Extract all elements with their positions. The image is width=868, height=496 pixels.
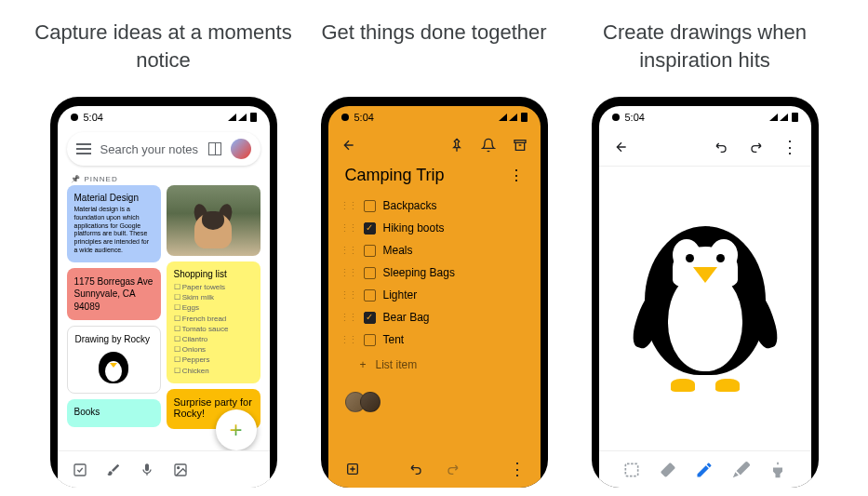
signal-icon: [780, 114, 788, 121]
redo-icon[interactable]: [748, 140, 763, 154]
collaborators: [328, 379, 541, 425]
highlighter-tool-icon[interactable]: [768, 461, 787, 479]
more-icon[interactable]: ⋮: [509, 167, 524, 184]
svg-rect-3: [514, 141, 526, 143]
drawing-canvas[interactable]: [599, 166, 811, 445]
shopping-items: Paper towels Skim milk Eggs French bread…: [174, 282, 253, 376]
brush-icon[interactable]: [106, 462, 121, 477]
add-content-icon[interactable]: [345, 462, 360, 476]
list-item[interactable]: ⋮⋮Hiking boots: [340, 217, 529, 239]
reminder-icon[interactable]: [481, 138, 496, 153]
eraser-tool-icon[interactable]: [659, 461, 677, 479]
penguin-drawing: [635, 222, 775, 390]
drag-handle-icon[interactable]: ⋮⋮: [340, 200, 356, 212]
image-icon[interactable]: [173, 462, 188, 477]
status-bar: 5:04: [58, 106, 270, 128]
note-books[interactable]: Books: [67, 399, 161, 427]
drag-handle-icon[interactable]: ⋮⋮: [340, 312, 356, 324]
headline-collab: Get things done together: [321, 19, 546, 74]
phone-screen-notes-list: 5:04 Search your notes PINNED Material D…: [58, 106, 270, 488]
note-bottom-toolbar: ⋮: [328, 450, 541, 488]
note-address[interactable]: 1175 Borregas Ave Sunnyvale, CA 94089: [67, 268, 161, 321]
collaborator-avatar[interactable]: [360, 392, 381, 412]
pin-icon[interactable]: [449, 138, 464, 153]
drag-handle-icon[interactable]: ⋮⋮: [340, 245, 356, 257]
drag-handle-icon[interactable]: ⋮⋮: [340, 334, 356, 346]
note-material-design[interactable]: Material Design Material design is a fou…: [67, 185, 161, 262]
status-time: 5:04: [84, 112, 103, 123]
panel-draw: Create drawings when inspiration hits 5:…: [575, 19, 835, 488]
add-list-item[interactable]: +List item: [340, 351, 529, 379]
note-toolbar: [328, 128, 541, 158]
search-input[interactable]: Search your notes: [100, 142, 199, 156]
bottom-toolbar: [58, 450, 270, 488]
list-item[interactable]: ⋮⋮Lighter: [340, 284, 529, 306]
checkbox[interactable]: [364, 312, 376, 324]
menu-icon[interactable]: [76, 143, 91, 154]
status-time: 5:04: [625, 112, 645, 123]
archive-icon[interactable]: [513, 138, 527, 153]
note-title[interactable]: Camping Trip: [345, 166, 445, 185]
account-avatar[interactable]: [231, 139, 251, 159]
mic-icon[interactable]: [140, 462, 154, 477]
list-item[interactable]: ⋮⋮Meals: [340, 239, 529, 261]
drag-handle-icon[interactable]: ⋮⋮: [340, 289, 356, 302]
redo-icon[interactable]: [445, 462, 460, 476]
camera-cutout-icon: [71, 114, 78, 121]
checkbox-icon[interactable]: [73, 462, 87, 477]
pen-tool-icon[interactable]: [695, 461, 714, 479]
plus-icon: +: [360, 358, 367, 371]
more-icon[interactable]: ⋮: [781, 140, 796, 154]
note-drawing[interactable]: Drawing by Rocky: [67, 326, 161, 394]
drag-handle-icon[interactable]: ⋮⋮: [340, 222, 356, 235]
more-icon[interactable]: ⋮: [509, 462, 524, 476]
list-item[interactable]: ⋮⋮Tent: [340, 328, 529, 351]
battery-icon: [521, 113, 527, 122]
list-item[interactable]: ⋮⋮Bear Bag: [340, 306, 529, 328]
drawing-toolbar: ⋮: [599, 128, 811, 166]
panel-collab: Get things done together 5:04 Camping Tr…: [304, 19, 565, 488]
phone-screen-drawing: 5:04 ⋮: [599, 106, 811, 488]
headline-capture: Capture ideas at a moments notice: [33, 19, 294, 74]
battery-icon: [250, 113, 257, 122]
status-bar: 5:04: [599, 106, 811, 128]
phone-frame: 5:04 ⋮: [592, 97, 819, 488]
signal-icon: [228, 114, 236, 121]
undo-icon[interactable]: [409, 462, 424, 476]
status-time: 5:04: [354, 112, 374, 123]
list-item[interactable]: ⋮⋮Backpacks: [340, 194, 529, 217]
note-shopping-list[interactable]: Shopping list Paper towels Skim milk Egg…: [167, 261, 260, 383]
plus-icon: +: [229, 417, 242, 443]
checkbox[interactable]: [364, 222, 376, 235]
note-title-row: Camping Trip ⋮: [328, 158, 541, 194]
camera-cutout-icon: [612, 114, 620, 121]
drag-handle-icon[interactable]: ⋮⋮: [340, 267, 356, 279]
checkbox[interactable]: [364, 334, 376, 346]
back-icon[interactable]: [614, 140, 629, 154]
signal-icon: [238, 114, 247, 121]
signal-icon: [499, 114, 507, 121]
svg-rect-0: [74, 464, 86, 476]
marker-tool-icon[interactable]: [732, 461, 751, 479]
pinned-section-label: PINNED: [58, 169, 270, 185]
search-bar[interactable]: Search your notes: [67, 132, 260, 166]
checkbox[interactable]: [364, 245, 376, 257]
select-tool-icon[interactable]: [622, 461, 641, 479]
svg-point-2: [177, 466, 179, 468]
undo-icon[interactable]: [714, 140, 729, 154]
checkbox[interactable]: [364, 200, 376, 212]
camera-cutout-icon: [341, 114, 349, 121]
panel-capture: Capture ideas at a moments notice 5:04 S…: [33, 19, 294, 488]
headline-draw: Create drawings when inspiration hits: [575, 19, 835, 74]
battery-icon: [792, 113, 798, 122]
checkbox[interactable]: [364, 267, 376, 279]
checkbox[interactable]: [364, 289, 376, 302]
create-note-fab[interactable]: +: [216, 409, 257, 450]
signal-icon: [769, 114, 778, 121]
list-item[interactable]: ⋮⋮Sleeping Bags: [340, 261, 529, 284]
phone-frame: 5:04 Camping Trip ⋮ ⋮⋮Backpacks ⋮⋮Hik: [321, 97, 548, 488]
back-icon[interactable]: [341, 138, 356, 153]
layout-toggle-icon[interactable]: [208, 142, 221, 155]
note-photo-dog[interactable]: [167, 185, 260, 256]
notes-grid: Material Design Material design is a fou…: [58, 185, 270, 435]
